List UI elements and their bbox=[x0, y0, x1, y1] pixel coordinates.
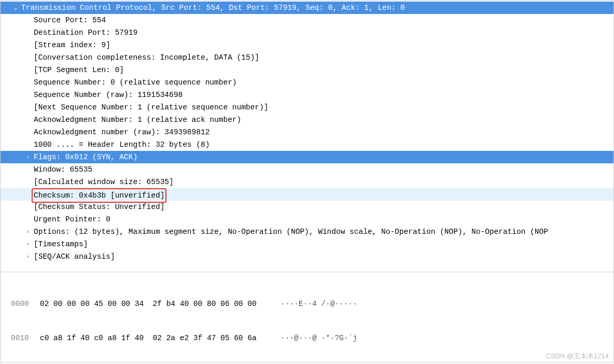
field-conversation-completeness: [Conversation completeness: Incomplete, … bbox=[34, 53, 259, 62]
tree-row[interactable]: [TCP Segment Len: 0] bbox=[1, 64, 613, 76]
field-ack-num: Acknowledgment Number: 1 (relative ack n… bbox=[34, 116, 241, 124]
tree-header-row[interactable]: ⌄ Transmission Control Protocol, Src Por… bbox=[1, 2, 613, 14]
hex-bytes: 02 00 00 00 45 00 00 34 2f b4 40 00 80 0… bbox=[40, 298, 268, 310]
protocol-tree-pane[interactable]: ⌄ Transmission Control Protocol, Src Por… bbox=[0, 0, 614, 272]
tree-row[interactable]: [Next Sequence Number: 1 (relative seque… bbox=[1, 101, 613, 114]
field-options: Options: (12 bytes), Maximum segment siz… bbox=[34, 228, 548, 236]
field-urgent-pointer: Urgent Pointer: 0 bbox=[34, 215, 110, 223]
tree-row[interactable]: Urgent Pointer: 0 bbox=[1, 213, 613, 226]
chevron-right-icon[interactable]: › bbox=[24, 226, 32, 238]
tree-row[interactable]: Acknowledgment Number: 1 (relative ack n… bbox=[1, 114, 613, 126]
field-segment-len: [TCP Segment Len: 0] bbox=[34, 66, 124, 74]
tree-row[interactable]: [Stream index: 9] bbox=[1, 39, 613, 51]
field-seq-num: Sequence Number: 0 (relative sequence nu… bbox=[34, 78, 237, 87]
field-stream-index: [Stream index: 9] bbox=[34, 41, 110, 49]
hex-dump-pane[interactable]: 0000 02 00 00 00 45 00 00 34 2f b4 40 00… bbox=[0, 272, 614, 363]
field-window: Window: 65535 bbox=[34, 165, 92, 174]
field-ack-raw: Acknowledgment number (raw): 3493989812 bbox=[34, 128, 210, 136]
tree-header-text: Transmission Control Protocol, Src Port:… bbox=[21, 4, 405, 12]
tree-row[interactable]: Sequence Number (raw): 1191534698 bbox=[1, 89, 613, 101]
field-seq-raw: Sequence Number (raw): 1191534698 bbox=[34, 91, 183, 99]
hex-row[interactable]: 0000 02 00 00 00 45 00 00 34 2f b4 40 00… bbox=[11, 298, 612, 310]
field-src-port: Source Port: 554 bbox=[34, 16, 106, 24]
tree-row[interactable]: [Calculated window size: 65535] bbox=[1, 176, 613, 188]
hex-ascii: ····E··4 /·@····· bbox=[281, 298, 357, 310]
tree-row[interactable]: [Checksum Status: Unverified] bbox=[1, 201, 613, 213]
hex-ascii: ···@···@ ·*·?G·`j bbox=[281, 332, 357, 344]
field-seqack-analysis: [SEQ/ACK analysis] bbox=[34, 253, 115, 261]
tree-row[interactable]: [Conversation completeness: Incomplete, … bbox=[1, 51, 613, 64]
tree-row[interactable]: Acknowledgment number (raw): 3493989812 bbox=[1, 126, 613, 138]
tree-row-options[interactable]: › Options: (12 bytes), Maximum segment s… bbox=[1, 226, 613, 238]
field-checksum-status: [Checksum Status: Unverified] bbox=[34, 203, 164, 211]
hex-row[interactable]: 0010 c0 a8 1f 40 c0 a8 1f 40 02 2a e2 3f… bbox=[11, 332, 612, 344]
watermark: CSDN @王木木1214 bbox=[546, 352, 609, 361]
field-checksum: Checksum: 0x4b3b [unverified] bbox=[34, 191, 164, 200]
tree-row[interactable]: Window: 65535 bbox=[1, 163, 613, 176]
field-next-seq: [Next Sequence Number: 1 (relative seque… bbox=[34, 103, 268, 111]
field-timestamps: [Timestamps] bbox=[34, 240, 88, 248]
field-header-len: 1000 .... = Header Length: 32 bytes (8) bbox=[34, 141, 210, 149]
tree-row[interactable]: 1000 .... = Header Length: 32 bytes (8) bbox=[1, 138, 613, 151]
field-calc-window: [Calculated window size: 65535] bbox=[34, 178, 174, 186]
tree-row-checksum[interactable]: Checksum: 0x4b3b [unverified] bbox=[1, 188, 613, 201]
tree-row-flags[interactable]: › Flags: 0x012 (SYN, ACK) bbox=[1, 151, 613, 163]
field-flags: Flags: 0x012 (SYN, ACK) bbox=[34, 153, 137, 161]
hex-offset: 0000 bbox=[11, 298, 40, 310]
hex-bytes: c0 a8 1f 40 c0 a8 1f 40 02 2a e2 3f 47 0… bbox=[40, 332, 268, 344]
chevron-right-icon[interactable]: › bbox=[24, 151, 32, 163]
chevron-right-icon[interactable]: › bbox=[24, 250, 32, 263]
chevron-right-icon[interactable]: › bbox=[24, 238, 32, 250]
hex-offset: 0010 bbox=[11, 332, 40, 344]
chevron-down-icon[interactable]: ⌄ bbox=[12, 2, 19, 14]
tree-row[interactable]: Sequence Number: 0 (relative sequence nu… bbox=[1, 76, 613, 89]
field-dst-port: Destination Port: 57919 bbox=[34, 29, 137, 37]
tree-row-timestamps[interactable]: › [Timestamps] bbox=[1, 238, 613, 250]
tree-row-seqack[interactable]: › [SEQ/ACK analysis] bbox=[1, 250, 613, 263]
tree-row[interactable]: Source Port: 554 bbox=[1, 14, 613, 26]
tree-row[interactable]: Destination Port: 57919 bbox=[1, 26, 613, 39]
